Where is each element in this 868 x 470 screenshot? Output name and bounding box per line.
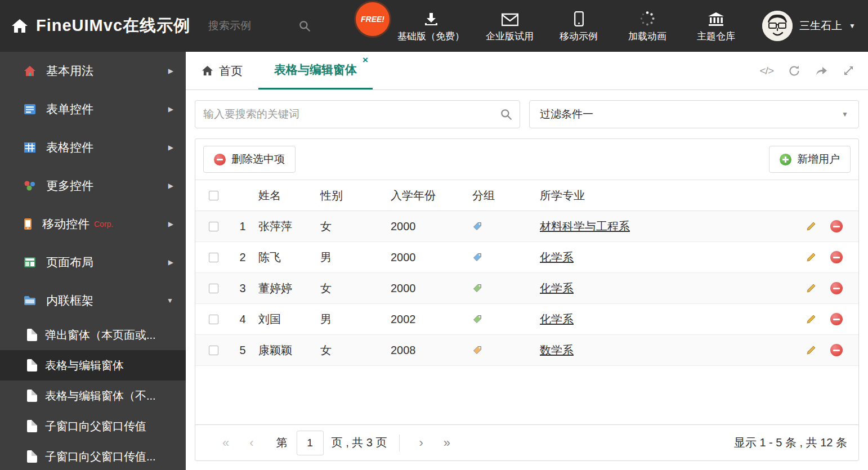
filter-dropdown[interactable]: 过滤条件一 ▼ bbox=[529, 100, 859, 128]
sidebar-subitem-child-to-parent-2[interactable]: 子窗口向父窗口传值... bbox=[0, 441, 186, 470]
cell-gender: 女 bbox=[320, 343, 391, 358]
tab-label: 首页 bbox=[219, 63, 243, 79]
sidebar-subitem-popup-window[interactable]: 弹出窗体（本页面或... bbox=[0, 320, 186, 350]
expand-icon[interactable] bbox=[843, 65, 854, 77]
search-icon[interactable] bbox=[500, 108, 512, 120]
row-checkbox[interactable] bbox=[209, 346, 218, 355]
sidebar-item-label: 内联框架 bbox=[46, 293, 156, 308]
chevron-right-icon: ▶ bbox=[168, 220, 173, 228]
row-checkbox[interactable] bbox=[209, 222, 218, 231]
page-number-input[interactable] bbox=[297, 431, 324, 455]
major-link[interactable]: 材料科学与工程系 bbox=[540, 220, 630, 232]
sidebar-subitem-grid-edit-window-alt[interactable]: 表格与编辑窗体（不... bbox=[0, 381, 186, 411]
nav-label: 加载动画 bbox=[628, 30, 666, 43]
header-search-input[interactable] bbox=[208, 20, 298, 32]
brand[interactable]: FineUIMvc在线示例 bbox=[11, 15, 190, 37]
first-page-button[interactable]: « bbox=[212, 436, 239, 450]
delete-icon[interactable] bbox=[830, 344, 843, 356]
keyword-search-input[interactable] bbox=[195, 100, 520, 128]
nav-item-mobile-demo[interactable]: 移动示例 bbox=[555, 10, 602, 43]
delete-icon[interactable] bbox=[830, 220, 843, 232]
cell-name: 康颖颖 bbox=[254, 343, 320, 358]
main-area: 首页 表格与编辑窗体 × </> bbox=[186, 52, 868, 470]
row-number: 5 bbox=[231, 344, 254, 357]
search-icon[interactable] bbox=[298, 20, 311, 32]
plus-circle-icon bbox=[780, 154, 791, 165]
chevron-right-icon: ▶ bbox=[168, 182, 173, 190]
row-checkbox[interactable] bbox=[209, 253, 218, 262]
cell-year: 2000 bbox=[391, 282, 472, 295]
username: 三生石上 bbox=[799, 19, 842, 33]
sidebar-item-label: 移动控件 bbox=[42, 216, 90, 232]
row-number: 1 bbox=[231, 220, 254, 233]
nav-item-basic-free[interactable]: 基础版（免费） bbox=[397, 10, 464, 43]
tag-icon bbox=[472, 345, 482, 355]
row-number: 3 bbox=[231, 282, 254, 295]
cell-name: 董婷婷 bbox=[254, 281, 320, 296]
sidebar-item-label: 表格控件 bbox=[46, 140, 158, 155]
shapes-icon bbox=[24, 180, 36, 191]
sidebar-item-label: 基本用法 bbox=[46, 63, 158, 79]
column-header-group[interactable]: 分组 bbox=[472, 188, 540, 203]
sidebar-item-grid-controls[interactable]: 表格控件 ▶ bbox=[0, 128, 186, 167]
spinner-icon bbox=[639, 10, 655, 26]
edit-icon[interactable] bbox=[806, 252, 817, 263]
sidebar-item-more-controls[interactable]: 更多控件 ▶ bbox=[0, 167, 186, 205]
delete-selected-label: 删除选中项 bbox=[231, 152, 285, 167]
delete-icon[interactable] bbox=[830, 251, 843, 263]
major-link[interactable]: 化学系 bbox=[540, 251, 574, 263]
share-icon[interactable] bbox=[815, 65, 828, 77]
close-icon[interactable]: × bbox=[363, 55, 368, 65]
column-header-name[interactable]: 姓名 bbox=[254, 188, 320, 203]
table-row: 3 董婷婷 女 2000 化学系 bbox=[195, 273, 858, 304]
tab-bar: 首页 表格与编辑窗体 × </> bbox=[186, 52, 868, 90]
sidebar-item-form-controls[interactable]: 表单控件 ▶ bbox=[0, 90, 186, 128]
sidebar-item-iframe[interactable]: 内联框架 ▼ bbox=[0, 281, 186, 320]
nav-item-theme-store[interactable]: 主题仓库 bbox=[692, 10, 740, 43]
next-page-button[interactable]: › bbox=[409, 436, 433, 450]
refresh-icon[interactable] bbox=[788, 65, 800, 77]
nav-label: 基础版（免费） bbox=[397, 30, 464, 43]
sidebar-subitem-child-to-parent[interactable]: 子窗口向父窗口传值 bbox=[0, 411, 186, 441]
tab-home[interactable]: 首页 bbox=[186, 52, 258, 89]
tab-tools: </> bbox=[760, 52, 868, 89]
sidebar-item-basic-usage[interactable]: 基本用法 ▶ bbox=[0, 52, 186, 90]
column-header-major[interactable]: 所学专业 bbox=[540, 188, 791, 203]
nav-item-enterprise-trial[interactable]: 企业版试用 bbox=[486, 10, 534, 43]
pagination-bar: « ‹ 第 页 , 共 3 页 › » 显示 1 - 5 条 , 共 12 条 bbox=[195, 424, 858, 460]
major-link[interactable]: 化学系 bbox=[540, 282, 574, 294]
select-all-checkbox[interactable] bbox=[209, 191, 218, 200]
delete-icon[interactable] bbox=[830, 282, 843, 294]
edit-icon[interactable] bbox=[806, 283, 817, 294]
table-row: 1 张萍萍 女 2000 材料科学与工程系 bbox=[195, 211, 858, 242]
sidebar-item-label: 表单控件 bbox=[46, 101, 158, 117]
record-summary: 显示 1 - 5 条 , 共 12 条 bbox=[734, 435, 847, 450]
add-user-button[interactable]: 新增用户 bbox=[769, 146, 851, 173]
nav-item-loading-animations[interactable]: 加载动画 bbox=[624, 10, 671, 43]
row-checkbox[interactable] bbox=[209, 315, 218, 324]
column-header-gender[interactable]: 性别 bbox=[320, 188, 391, 203]
row-checkbox[interactable] bbox=[209, 284, 218, 293]
sidebar-item-page-layout[interactable]: 页面布局 ▶ bbox=[0, 243, 186, 281]
tag-icon bbox=[472, 283, 482, 293]
last-page-button[interactable]: » bbox=[433, 436, 460, 450]
delete-selected-button[interactable]: 删除选中项 bbox=[203, 146, 296, 173]
chevron-down-icon: ▼ bbox=[167, 297, 173, 305]
edit-icon[interactable] bbox=[806, 314, 817, 325]
caret-down-icon: ▼ bbox=[849, 22, 856, 30]
sidebar-subitem-grid-edit-window[interactable]: 表格与编辑窗体 bbox=[0, 350, 186, 381]
column-header-year[interactable]: 入学年份 bbox=[391, 188, 472, 203]
free-badge: FREE! bbox=[356, 2, 390, 36]
major-link[interactable]: 数学系 bbox=[540, 344, 574, 356]
tab-grid-edit-window[interactable]: 表格与编辑窗体 × bbox=[258, 52, 373, 89]
prev-page-button[interactable]: ‹ bbox=[239, 436, 263, 450]
edit-icon[interactable] bbox=[806, 221, 817, 232]
major-link[interactable]: 化学系 bbox=[540, 313, 574, 325]
edit-icon[interactable] bbox=[806, 344, 817, 356]
user-menu[interactable]: 三生石上 ▼ bbox=[762, 11, 856, 41]
delete-icon[interactable] bbox=[830, 313, 843, 325]
chevron-right-icon: ▶ bbox=[168, 105, 173, 113]
code-icon[interactable]: </> bbox=[760, 65, 773, 77]
sidebar-item-mobile-controls[interactable]: 移动控件 Corp. ▶ bbox=[0, 205, 186, 243]
cell-name: 张萍萍 bbox=[254, 219, 320, 234]
